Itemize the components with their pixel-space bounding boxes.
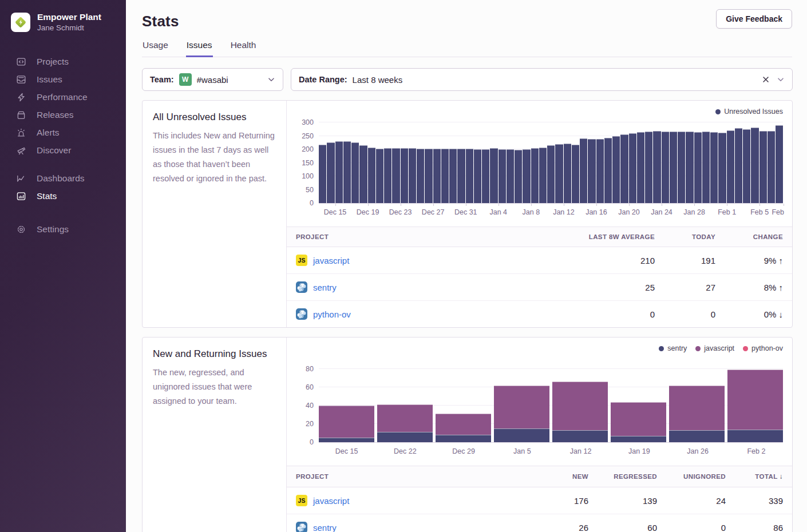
new-returning-chart[interactable]: sentry javascript python-ov 0204 <box>287 338 792 461</box>
org-name: Empower Plant <box>37 11 101 22</box>
page-title: Stats <box>142 13 792 30</box>
sidebar-item-dashboards[interactable]: Dashboards <box>0 169 126 187</box>
sidebar-item-performance[interactable]: Performance <box>0 88 126 106</box>
sidebar-item-settings[interactable]: Settings <box>0 220 126 238</box>
x-tick-label: Feb <box>772 208 784 216</box>
stacked-bar <box>319 362 374 442</box>
bar <box>653 131 660 203</box>
bar <box>425 149 432 203</box>
table-row: JS javascript 176 139 24 339 <box>287 487 792 514</box>
dashboards-icon <box>15 173 27 184</box>
project-link[interactable]: sentry <box>313 523 337 532</box>
python-project-icon <box>296 308 307 320</box>
date-range-value: Last 8 weeks <box>353 75 403 85</box>
col-unignored[interactable]: UNIGNORED <box>666 466 735 487</box>
date-range-select[interactable]: Date Range: Last 8 weeks <box>291 68 793 91</box>
col-new[interactable]: NEW <box>529 466 598 487</box>
project-link[interactable]: sentry <box>313 283 337 292</box>
python-project-icon <box>296 522 307 532</box>
bar-segment-sentry <box>319 438 374 442</box>
col-avg[interactable]: LAST 8W AVERAGE <box>567 227 664 247</box>
x-tick-label: Jan 20 <box>618 208 640 216</box>
y-tick-label: 20 <box>294 420 314 428</box>
bar-segment-javascript <box>669 386 725 431</box>
project-link[interactable]: javascript <box>313 496 349 506</box>
x-tick-mark <box>531 204 532 206</box>
x-tick-label: Dec 31 <box>454 208 477 216</box>
y-tick-label: 150 <box>294 159 314 167</box>
legend-label: Unresolved Issues <box>724 108 783 116</box>
legend-dot-icon <box>659 346 664 351</box>
legend-item-sentry[interactable]: sentry <box>659 344 687 352</box>
bar-segment-sentry <box>727 430 783 442</box>
give-feedback-button[interactable]: Give Feedback <box>716 9 792 29</box>
nav-divider-gap <box>0 205 126 220</box>
tab-usage[interactable]: Usage <box>142 40 169 57</box>
panel-all-unresolved-issues: All Unresolved Issues This includes New … <box>142 100 793 328</box>
bar <box>686 132 693 203</box>
table-row: sentry 25 27 8% ↑ <box>287 274 792 301</box>
sidebar-item-label: Settings <box>37 224 69 235</box>
bar <box>384 148 391 203</box>
col-project[interactable]: PROJECT <box>287 227 567 247</box>
sidebar-item-stats[interactable]: Stats <box>0 187 126 205</box>
arrow-down-icon: ↓ <box>779 309 784 319</box>
tab-health[interactable]: Health <box>230 40 257 57</box>
panel-title: New and Returning Issues <box>153 348 276 360</box>
bar <box>539 148 547 203</box>
alerts-icon <box>15 127 27 138</box>
bar <box>335 141 343 203</box>
sidebar-item-label: Projects <box>37 57 69 67</box>
sidebar-item-alerts[interactable]: Alerts <box>0 124 126 141</box>
sidebar-item-projects[interactable]: Projects <box>0 53 126 70</box>
org-switcher[interactable]: Empower Plant Jane Schmidt <box>0 0 126 33</box>
unresolved-chart[interactable]: Unresolved Issues 050100150200250300 Dec… <box>287 101 792 222</box>
x-tick-mark <box>433 204 434 206</box>
legend-item-python-ov[interactable]: python-ov <box>743 344 783 352</box>
bar <box>604 138 612 203</box>
x-tick-label: Dec 19 <box>357 208 379 216</box>
legend-item-javascript[interactable]: javascript <box>695 344 734 352</box>
x-tick-label: Jan 16 <box>586 208 607 216</box>
project-link[interactable]: python-ov <box>313 309 351 319</box>
col-regressed[interactable]: REGRESSED <box>598 466 666 487</box>
bar <box>751 128 758 203</box>
col-project[interactable]: PROJECT <box>287 466 529 487</box>
sidebar-item-label: Dashboards <box>37 173 85 184</box>
bar-segment-javascript <box>611 402 666 436</box>
y-tick-label: 0 <box>294 438 314 446</box>
col-today[interactable]: TODAY <box>664 227 725 247</box>
sidebar-item-releases[interactable]: Releases <box>0 106 126 124</box>
bar <box>678 132 685 203</box>
bar <box>499 149 506 203</box>
project-link[interactable]: javascript <box>313 256 349 265</box>
unresolved-xaxis: Dec 15Dec 19Dec 23Dec 27Dec 31Jan 4Jan 8… <box>319 204 784 219</box>
sidebar-item-discover[interactable]: Discover <box>0 141 126 159</box>
tab-issues[interactable]: Issues <box>186 40 213 57</box>
panel-new-returning-issues: New and Returning Issues The new, regres… <box>142 337 793 532</box>
sidebar-item-label: Performance <box>37 92 88 102</box>
col-total-sort[interactable]: TOTAL↓ <box>735 466 792 487</box>
legend-item-unresolved[interactable]: Unresolved Issues <box>715 108 783 116</box>
y-tick-label: 250 <box>294 132 314 140</box>
bar <box>368 148 375 203</box>
bar <box>670 132 677 203</box>
col-change[interactable]: CHANGE <box>725 227 792 247</box>
table-header-row: PROJECT NEW REGRESSED UNIGNORED TOTAL↓ <box>287 466 792 487</box>
main-content: Stats Give Feedback Usage Issues Health … <box>126 0 807 532</box>
panel-chart-column: Unresolved Issues 050100150200250300 Dec… <box>287 101 792 327</box>
x-tick-label: Dec 15 <box>324 208 347 216</box>
sidebar-item-issues[interactable]: Issues <box>0 70 126 88</box>
x-tick-mark <box>727 204 727 206</box>
bar <box>735 128 742 203</box>
issues-icon <box>15 74 27 85</box>
sidebar-item-label: Discover <box>37 145 71 156</box>
today-value: 0 <box>664 301 725 328</box>
y-tick-label: 100 <box>294 172 314 180</box>
bar <box>401 148 408 203</box>
content-area: Team: W #wasabi Date Range: Last 8 weeks… <box>126 57 807 532</box>
panel-title: All Unresolved Issues <box>153 112 276 123</box>
unresolved-plot: 050100150200250300 <box>319 122 783 204</box>
team-select[interactable]: Team: W #wasabi <box>142 68 283 91</box>
clear-icon[interactable] <box>762 76 770 84</box>
